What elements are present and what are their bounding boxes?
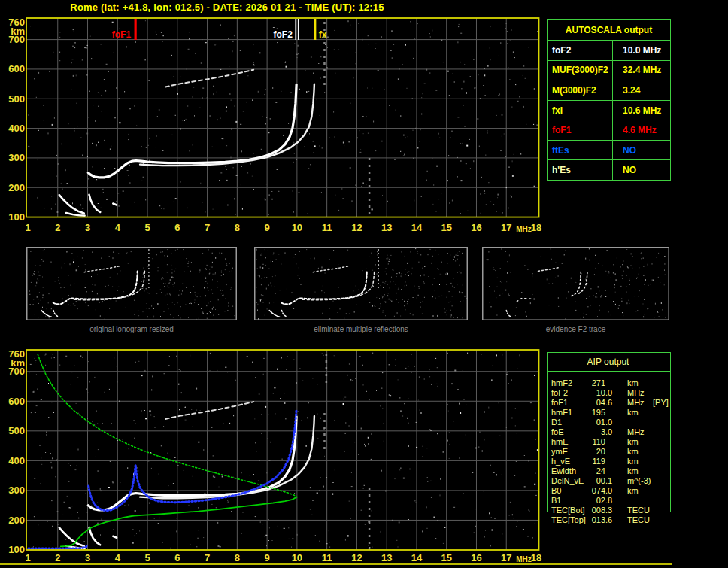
series-second_hop — [84, 266, 120, 272]
noise-speckle — [29, 353, 538, 549]
y-axis-unit: km — [11, 26, 25, 37]
y-axis-unit: km — [11, 357, 25, 369]
aip-row-unit: km — [626, 447, 651, 457]
aip-row-unit: km — [626, 457, 651, 466]
traces — [269, 266, 375, 317]
svg-text:3: 3 — [85, 552, 90, 563]
series-o_trace — [517, 298, 535, 302]
svg-text:9: 9 — [265, 552, 270, 563]
svg-text:500: 500 — [8, 93, 25, 105]
aip-title-underline — [547, 371, 671, 372]
autoscala-row-value: NO — [612, 141, 670, 160]
aip-row-name: hmF1 — [547, 408, 586, 418]
aip-row-value-int: 110 — [586, 437, 605, 447]
svg-text:18: 18 — [531, 222, 541, 233]
aip-row-name: h_vE — [547, 457, 586, 466]
aip-row-extra — [651, 437, 682, 447]
svg-text:16: 16 — [471, 222, 481, 233]
aip-row-unit: TECU — [626, 506, 651, 515]
svg-text:18: 18 — [531, 552, 541, 563]
noise-speckle — [29, 249, 235, 320]
aip-row: DelN_vE00.1m^(-3) — [547, 476, 682, 486]
aip-row-unit: km — [626, 466, 651, 476]
svg-text:2: 2 — [55, 222, 60, 233]
aip-table-rows: hmF2271kmfoF210.0MHzfoF104.6MHz[PY]hmF11… — [547, 378, 682, 525]
aip-row: TEC[Bot]008.3TECU — [547, 506, 682, 515]
aip-row: D101.0 — [547, 418, 682, 427]
aip-row-value-frac: .8 — [605, 496, 626, 506]
svg-text:3: 3 — [85, 222, 90, 233]
svg-text:4: 4 — [115, 222, 121, 233]
noise-speckle — [487, 248, 666, 319]
series-es_a — [59, 195, 84, 213]
series-es_c — [282, 310, 287, 316]
aip-row-value-int: 24 — [586, 466, 605, 476]
aip-row-value-int: 3 — [586, 427, 605, 437]
aip-row-extra — [651, 506, 682, 515]
x-axis-unit: MHz — [516, 225, 532, 233]
autoscala-row-label: M(3000)F2 — [548, 80, 612, 100]
aip-row-extra — [651, 457, 682, 466]
series-es_a — [269, 311, 280, 317]
traces — [506, 268, 587, 317]
axis-ticks: 760700600500400300200100km12345678910111… — [8, 17, 541, 234]
autoscala-row-label: fxI — [548, 101, 612, 120]
aip-row: Ewidth24km — [547, 466, 682, 476]
aip-row: foF210.0MHz — [547, 388, 682, 398]
aip-row-extra — [651, 515, 682, 525]
svg-text:200: 200 — [8, 515, 25, 526]
svg-text:6: 6 — [174, 552, 180, 563]
series-es_c — [53, 310, 58, 316]
aip-row-name: TEC[Top] — [547, 515, 586, 525]
aip-row-extra — [651, 466, 682, 476]
aip-row-name: DelN_vE — [547, 476, 586, 486]
aip-row-value-frac: .0 — [605, 427, 626, 437]
svg-text:12: 12 — [351, 552, 362, 563]
svg-text:8: 8 — [235, 222, 240, 233]
svg-text:400: 400 — [8, 455, 25, 466]
marker-label-foF2: foF2 — [274, 29, 293, 40]
station-header: Rome (lat: +41.8, lon: 012.5) - DATE: 20… — [0, 2, 454, 13]
autoscala-row-value: 10.0 MHz — [612, 41, 670, 60]
autoscala-row: ftEsNO — [548, 140, 670, 160]
thumbnail-original-ionogram — [26, 247, 237, 320]
svg-text:2: 2 — [55, 552, 60, 563]
aip-row-unit: km — [626, 486, 651, 496]
aip-row-name: hmE — [547, 437, 586, 447]
svg-text:300: 300 — [8, 484, 25, 496]
aip-row-name: foF2 — [547, 388, 586, 398]
aip-row-extra — [651, 378, 682, 388]
aip-row-extra — [651, 486, 682, 496]
svg-text:15: 15 — [441, 552, 451, 563]
svg-text:7: 7 — [205, 222, 210, 233]
traces — [29, 354, 314, 548]
thumbnail-eliminate-reflections — [254, 247, 468, 320]
svg-text:13: 13 — [381, 222, 392, 233]
svg-text:1: 1 — [25, 552, 30, 563]
aip-row: hmF2271km — [547, 378, 682, 388]
aip-row-unit: m^(-3) — [626, 476, 651, 486]
series-es_c — [89, 195, 101, 212]
aip-row-value-frac: .0 — [605, 418, 626, 427]
aip-row-value-frac — [605, 378, 626, 388]
thumbnail-border — [27, 248, 237, 320]
autoscala-row: h'EsNO — [548, 159, 670, 180]
series-es_d — [113, 536, 117, 538]
svg-text:7: 7 — [205, 552, 210, 563]
svg-text:6: 6 — [174, 222, 180, 233]
aip-row-value-frac — [605, 437, 626, 447]
svg-text:10: 10 — [292, 222, 302, 233]
series-second_hop — [165, 70, 253, 87]
svg-text:300: 300 — [8, 152, 25, 163]
aip-row-name: foE — [547, 427, 586, 437]
aip-row-value-frac: .0 — [605, 388, 626, 398]
svg-text:100: 100 — [8, 211, 25, 223]
svg-text:12: 12 — [351, 222, 362, 233]
aip-row-unit — [626, 418, 651, 427]
autoscala-row-label: foF1 — [548, 120, 612, 140]
grid — [26, 350, 539, 550]
autoscala-row-value: 4.6 MHz — [612, 120, 670, 140]
aip-row-value-int: 074 — [586, 486, 605, 496]
aip-row-unit: MHz — [626, 427, 651, 437]
series-o_trace — [281, 272, 367, 305]
